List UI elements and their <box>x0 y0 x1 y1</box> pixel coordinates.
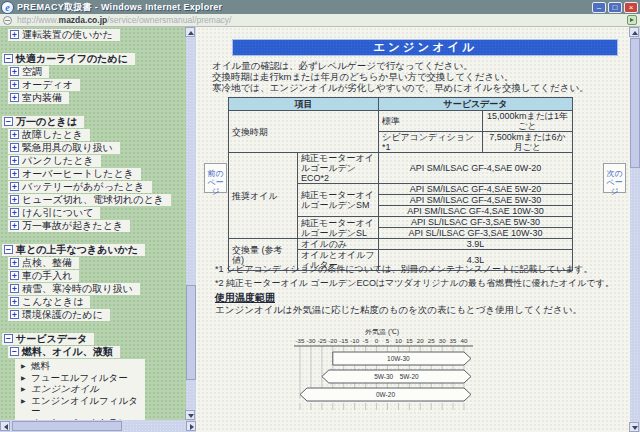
sidebar-header[interactable]: −快適カーライフのために <box>2 53 135 65</box>
window-title: PREMACY取扱書 - Windows Internet Explorer <box>17 1 592 14</box>
svg-text:-15: -15 <box>339 337 349 344</box>
sidebar-item[interactable]: +けん引について <box>8 207 100 219</box>
sidebar-header[interactable]: −車との上手なつきあいかた <box>2 244 145 256</box>
col-header-item: 項目 <box>229 98 379 111</box>
sidebar-item[interactable]: +オーディオ <box>8 79 80 91</box>
sidebar-item[interactable]: +空調 <box>8 66 49 78</box>
next-page-button[interactable]: 次の ページ <box>603 163 626 193</box>
back-icon[interactable] <box>3 16 12 25</box>
scroll-thumb[interactable] <box>12 421 122 431</box>
sidebar-item-label: けん引について <box>22 206 93 220</box>
go-icon[interactable] <box>627 15 637 25</box>
sidebar-item-label: 万一事故が起きたとき <box>22 219 123 233</box>
sidebar-item-label: 点検、整備 <box>22 256 72 270</box>
main-vscrollbar[interactable] <box>630 27 640 432</box>
sidebar-header[interactable]: −万一のときは <box>2 116 84 128</box>
collapse-minus-icon[interactable]: − <box>4 54 13 63</box>
sidebar-leaf[interactable]: ▶エンジンオイル <box>21 384 143 395</box>
sidebar-item-label: サービスデータ <box>16 332 87 346</box>
maximize-button[interactable]: □ <box>608 2 622 13</box>
expand-plus-icon[interactable]: + <box>10 284 19 293</box>
prev-page-button[interactable]: 前の ページ <box>204 163 227 193</box>
scroll-right-arrow[interactable] <box>186 421 196 431</box>
expand-plus-icon[interactable]: + <box>10 271 19 280</box>
svg-text:30: 30 <box>439 337 446 344</box>
sidebar-leaf[interactable]: ▶エンジンオイルフィルター <box>21 396 143 417</box>
scroll-down-arrow[interactable] <box>629 422 639 432</box>
cell-eco-val: API SM/ILSAC GF-4,SAE 0W-20 <box>379 153 573 184</box>
sidebar-leaf[interactable]: ▶フューエルフィルター <box>21 373 143 384</box>
sidebar-vscrollbar[interactable] <box>186 27 196 420</box>
expand-plus-icon[interactable]: + <box>10 310 19 319</box>
triangle-icon: ▶ <box>21 373 29 383</box>
expand-plus-icon[interactable]: + <box>10 80 19 89</box>
window-titlebar: e PREMACY取扱書 - Windows Internet Explorer… <box>0 0 640 14</box>
sidebar-item[interactable]: +点検、整備 <box>8 257 79 269</box>
collapse-minus-icon[interactable]: − <box>10 347 19 356</box>
address-bar[interactable]: http://www.mazda.co.jp/service/ownersman… <box>0 14 640 27</box>
close-button[interactable]: × <box>624 2 638 13</box>
sidebar-hscrollbar[interactable] <box>0 420 196 432</box>
expand-plus-icon[interactable]: + <box>10 67 19 76</box>
expand-plus-icon[interactable]: + <box>10 143 19 152</box>
sidebar-leaf-label: エンジンオイルフィルター <box>31 396 143 417</box>
minimize-button[interactable]: – <box>592 2 606 13</box>
svg-text:外気温 (℃): 外気温 (℃) <box>365 328 399 336</box>
collapse-minus-icon[interactable]: − <box>4 334 13 343</box>
expand-plus-icon[interactable]: + <box>10 156 19 165</box>
sidebar-item-label: パンクしたとき <box>22 154 94 168</box>
expand-plus-icon[interactable]: + <box>10 169 19 178</box>
url-text[interactable]: http://www.mazda.co.jp/service/ownersman… <box>17 15 627 25</box>
expand-plus-icon[interactable]: + <box>10 30 19 39</box>
scroll-thumb[interactable] <box>186 285 196 380</box>
cell-koukan-jiki: 交換時期 <box>229 111 379 153</box>
scroll-up-arrow[interactable] <box>629 27 639 37</box>
sidebar-item[interactable]: +環境保護のために <box>8 309 110 321</box>
sidebar-item[interactable]: +こんなときは <box>8 296 90 308</box>
sidebar-item[interactable]: +車の手入れ <box>8 270 79 282</box>
cell-sl-name: 純正モーターオイルゴールデンSL <box>298 217 379 239</box>
sidebar-item[interactable]: +オーバーヒートしたとき <box>8 168 141 180</box>
cell-sl-val1: API SL/ILSAC GF-3,SAE 5W-30 <box>379 217 573 228</box>
sidebar-item[interactable]: +万一事故が起きたとき <box>8 220 130 232</box>
expand-plus-icon[interactable]: + <box>10 208 19 217</box>
sidebar-item[interactable]: +積雪、寒冷時の取り扱い <box>8 283 140 295</box>
expand-plus-icon[interactable]: + <box>10 221 19 230</box>
expand-plus-icon[interactable]: + <box>10 195 19 204</box>
sidebar-item[interactable]: +故障したとき <box>8 129 90 141</box>
svg-text:-35: -35 <box>296 337 306 344</box>
main-content: エンジンオイル オイル量の確認は、必ずレベルゲージで行なってください。 交換時期… <box>197 27 630 432</box>
cell-severe-val: 7,500kmまたは6か月ごと <box>483 132 573 153</box>
temp-range-chart: 外気温 (℃)-35-30-25-20-15-10-50510152025303… <box>292 325 492 427</box>
expand-plus-icon[interactable]: + <box>10 93 19 102</box>
sidebar-header[interactable]: −燃料、オイル、液類 <box>8 346 120 358</box>
intro-line: 寒冷地では、エンジンオイルが劣化しやすいので、早めにオイルを交換してください。 <box>212 82 589 93</box>
sidebar-item[interactable]: +室内装備 <box>8 92 69 104</box>
next-page-label: 次の <box>604 169 625 178</box>
sidebar-item[interactable]: +緊急用具の取り扱い <box>8 142 120 154</box>
cell-hyoujun-val: 15,000kmまたは1年ごと <box>483 111 573 132</box>
expand-plus-icon[interactable]: + <box>10 130 19 139</box>
sidebar-item[interactable]: +運転装置の使いかた <box>8 29 120 41</box>
expand-plus-icon[interactable]: + <box>10 258 19 267</box>
scroll-left-arrow[interactable] <box>0 421 10 431</box>
cell-oil-only-val: 3.9L <box>379 239 573 250</box>
expand-plus-icon[interactable]: + <box>10 297 19 306</box>
svg-text:10: 10 <box>395 337 402 344</box>
collapse-minus-icon[interactable]: − <box>4 117 13 126</box>
sidebar-item[interactable]: +バッテリーがあがったとき <box>8 181 152 193</box>
sidebar-leaf-label: フューエルフィルター <box>31 373 128 384</box>
scroll-thumb[interactable] <box>630 38 640 168</box>
intro-line: 交換時期は走行kmまたは年月のどちらか早い方で交換してください。 <box>212 71 589 82</box>
sidebar-item-label: 空調 <box>22 65 42 79</box>
sidebar-leaf[interactable]: ▶燃料 <box>21 361 143 372</box>
scroll-down-arrow[interactable] <box>185 410 195 420</box>
collapse-minus-icon[interactable]: − <box>4 245 13 254</box>
url-prefix: http://www. <box>17 15 59 25</box>
sidebar-header[interactable]: −サービスデータ <box>2 333 94 345</box>
svg-text:-30: -30 <box>306 337 316 344</box>
sidebar-item[interactable]: +パンクしたとき <box>8 155 101 167</box>
scroll-up-arrow[interactable] <box>185 27 195 37</box>
expand-plus-icon[interactable]: + <box>10 182 19 191</box>
sidebar-item[interactable]: +ヒューズ切れ、電球切れのとき <box>8 194 171 206</box>
